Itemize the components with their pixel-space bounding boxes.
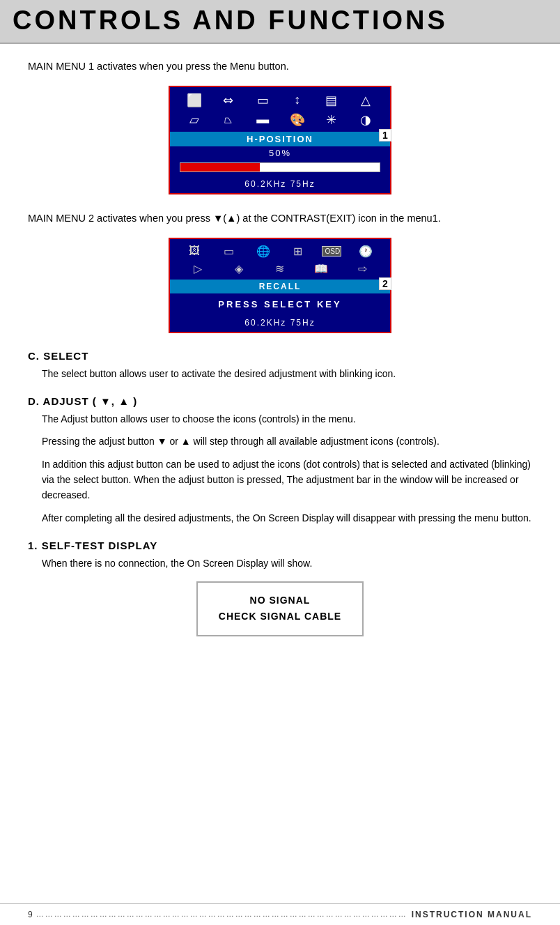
osd2-icon-mono: ▭ [218, 245, 239, 258]
osd-icon-tri: △ [355, 93, 376, 108]
section-d-heading: D. ADJUST ( ▼, ▲ ) [28, 395, 532, 407]
osd-icon-striped: ▤ [321, 93, 342, 108]
osd-icon-harrow: ⇔ [218, 93, 239, 108]
osd2-icons-row1: 🖼 ▭ 🌐 ⊞ OSD 🕐 [170, 239, 390, 261]
osd-label2: RECALL [170, 280, 390, 293]
footer-label: INSTRUCTION MANUAL [412, 910, 532, 919]
osd2-icon-color: 🖼 [184, 245, 205, 257]
section-d-body1: The Adjust button allows user to choose … [42, 411, 532, 427]
osd-icon-varrow: ↕ [287, 93, 308, 107]
section-c-body: The select button allows user to activat… [42, 366, 532, 381]
osd2-icon-r2-5: ⇨ [352, 262, 373, 275]
osd-progress-area [170, 160, 390, 176]
osd2-icons-row2: ▷ ◈ ≋ 📖 ⇨ [170, 261, 390, 280]
page-title: CONTROLS AND FUNCTIONS [13, 6, 547, 36]
signal-box: NO SIGNAL CHECK SIGNAL CABLE [196, 581, 364, 637]
osd2-icon-input: ⊞ [288, 245, 309, 258]
section-d-body2: Pressing the adjust button ▼ or ▲ will s… [42, 434, 532, 449]
osd-freq1: 60.2KHz 75Hz [170, 176, 390, 193]
osd-icon-rect: ▭ [252, 93, 273, 108]
osd-badge2: 2 [379, 277, 391, 290]
osd-progress-fill [180, 163, 260, 171]
osd-icons-row1: ⬜ ⇔ ▭ ↕ ▤ △ [170, 87, 390, 111]
footer-page-number: 9 [28, 910, 33, 919]
osd2-icon-r2-4: 📖 [311, 262, 332, 275]
section-e-body: When there is no connection, the On Scre… [42, 556, 532, 571]
page-header: CONTROLS AND FUNCTIONS [0, 0, 560, 44]
osd-icons-row2: ▱ ⏢ ▬ 🎨 ✳ ◑ [170, 111, 390, 132]
osd-menu1: ⬜ ⇔ ▭ ↕ ▤ △ ▱ ⏢ ▬ 🎨 ✳ ◑ H-POSITION 50% 6… [169, 86, 391, 194]
osd-icon-trap: ⏢ [218, 112, 239, 127]
osd-icon-monitor: ⬜ [184, 93, 205, 108]
osd-icon-bright: ✳ [321, 112, 342, 128]
section-c-heading: C. SELECT [28, 350, 532, 362]
osd2-icon-r2-1: ▷ [187, 262, 208, 275]
footer-dots: …………………………………………………………………………………………………………… [36, 910, 412, 919]
osd-icon-contrast: ◑ [355, 112, 376, 128]
osd-menu2: 🖼 ▭ 🌐 ⊞ OSD 🕐 ▷ ◈ ≋ 📖 ⇨ RECALL PRESS SEL… [169, 238, 391, 333]
section-e-heading: 1. SELF-TEST DISPLAY [28, 540, 532, 551]
osd-icon-pin: ▬ [252, 112, 273, 127]
menu1-intro: MAIN MENU 1 activates when you press the… [28, 59, 532, 75]
osd-press-select: PRESS SELECT KEY [170, 293, 390, 315]
osd-icon-para: ▱ [184, 112, 205, 128]
osd2-icon-osd: OSD [322, 246, 341, 257]
section-d-body4: After completing all the desired adjustm… [42, 510, 532, 526]
osd-icon-color: 🎨 [287, 112, 308, 128]
osd2-icon-r2-2: ◈ [228, 262, 249, 275]
osd-freq2: 60.2KHz 75Hz [170, 315, 390, 332]
osd2-icon-r2-3: ≋ [270, 262, 290, 275]
content-area: MAIN MENU 1 activates when you press the… [0, 44, 560, 664]
section-d-body3: In addition this adjust button can be us… [42, 457, 532, 503]
osd-label1: H-POSITION [170, 132, 390, 146]
signal-line2: CHECK SIGNAL CABLE [212, 609, 348, 625]
menu2-intro: MAIN MENU 2 activates when you press ▼(▲… [28, 211, 532, 227]
osd-value1: 50% [170, 146, 390, 160]
osd-progress-bg [180, 162, 380, 172]
page-footer: 9 ……………………………………………………………………………………………………… [0, 903, 560, 925]
osd2-icon-clock: 🕐 [355, 245, 376, 258]
signal-line1: NO SIGNAL [212, 593, 348, 609]
osd-badge1: 1 [379, 129, 391, 142]
osd2-icon-globe: 🌐 [253, 245, 274, 258]
